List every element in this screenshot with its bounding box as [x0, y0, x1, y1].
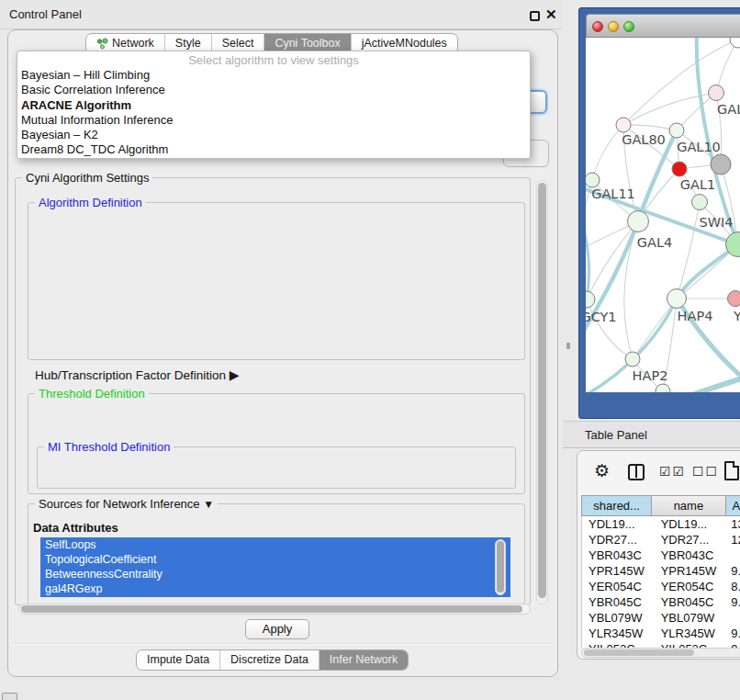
close-icon[interactable]: ✕ [545, 6, 557, 23]
hub-definition-toggle[interactable]: Hub/Transcription Factor Definition ▶ [35, 367, 240, 382]
select-all-checkboxes-icon[interactable]: ☑☑ [659, 464, 686, 479]
cell: YDR27... [582, 532, 653, 548]
network-node-gal4[interactable] [628, 211, 649, 232]
list-item[interactable]: SelfLoops [40, 537, 510, 552]
table-row[interactable]: YLR345W YLR345W 9. [582, 626, 740, 641]
cell: YBL079W [582, 610, 653, 626]
scrollbar-thumb[interactable] [21, 605, 522, 613]
close-traffic-light-icon[interactable] [592, 21, 603, 32]
panel-divider [13, 643, 553, 645]
cell: 9. [726, 563, 740, 579]
network-window-titlebar [586, 14, 740, 38]
network-node-hap2[interactable] [625, 352, 640, 367]
cell: YBR045C [653, 594, 727, 610]
dropdown-item[interactable]: Dream8 DC_TDC Algorithm [17, 142, 530, 157]
network-node-gcy1[interactable] [586, 291, 595, 308]
network-node-selected-red[interactable] [672, 162, 687, 176]
network-node[interactable] [656, 384, 670, 392]
cell: 8. [726, 579, 740, 594]
cell [726, 610, 740, 626]
cell: YDL19... [582, 516, 653, 532]
minimized-panel-button[interactable] [2, 693, 17, 700]
cell: YPR145W [582, 563, 653, 579]
table-row[interactable]: YDR27... YDR27... 12 [582, 532, 740, 548]
column-header-cut[interactable]: A [726, 496, 740, 515]
dropdown-item-selected[interactable]: ARACNE Algorithm [17, 98, 530, 113]
mi-threshold-legend: MI Threshold Definition [44, 440, 174, 454]
tab-infer-network[interactable]: Infer Network [320, 650, 408, 670]
cell: YDL19... [653, 516, 727, 532]
network-node-gal1[interactable] [692, 195, 708, 210]
settings-horizontal-scrollbar[interactable] [18, 604, 531, 615]
tab-discretize-data-label: Discretize Data [230, 650, 308, 670]
tab-infer-network-label: Infer Network [330, 650, 398, 670]
dropdown-item[interactable]: Basic Correlation Inference [17, 83, 530, 97]
table-row[interactable]: YBR045C YBR045C 9. [582, 594, 740, 610]
export-table-icon[interactable] [724, 461, 739, 480]
control-panel-titlebar: Control Panel ✕ [0, 0, 562, 29]
algorithm-definition-group: Algorithm Definition [28, 202, 525, 360]
network-node-gray[interactable] [711, 154, 731, 175]
scrollbar-thumb[interactable] [584, 649, 694, 656]
splitpane-handle[interactable] [566, 343, 570, 349]
list-vertical-scrollbar[interactable] [495, 539, 506, 595]
network-node-gal10[interactable] [669, 123, 684, 138]
data-attributes-list: SelfLoops TopologicalCoefficient Between… [40, 537, 510, 597]
list-item[interactable]: BetweennessCentrality [40, 567, 510, 581]
node-table: shared... name A YDL19... YDL19... 13 YD… [581, 495, 740, 649]
screen: Control Panel ✕ Network Style Select Cyn… [0, 0, 740, 700]
algorithm-dropdown-list: Select algorithm to view settings Bayesi… [17, 51, 531, 159]
tab-discretize-data[interactable]: Discretize Data [220, 650, 320, 670]
dropdown-item[interactable]: Bayesian – K2 [17, 128, 530, 142]
network-node[interactable] [730, 38, 740, 48]
node-label: GCY1 [586, 310, 617, 324]
network-node-salmon[interactable] [728, 291, 740, 307]
network-view-window: GAL GAL80 GAL10 GAL1 GAL11 SWI4 GAL4 GCY… [578, 7, 740, 419]
node-label: HAP4 [678, 309, 713, 323]
columns-icon[interactable] [628, 464, 645, 480]
cell: 9. [726, 626, 740, 641]
table-row[interactable]: YBL079W YBL079W [582, 610, 740, 626]
table-row[interactable]: YPR145W YPR145W 9. [582, 563, 740, 579]
minimize-traffic-light-icon[interactable] [608, 21, 619, 32]
cell: YPR145W [653, 563, 727, 579]
tab-impute-data[interactable]: Impute Data [137, 650, 220, 670]
apply-button[interactable]: Apply [245, 619, 309, 639]
node-label: GAL1 [680, 177, 715, 192]
gear-icon[interactable]: ⚙ [594, 460, 610, 481]
deselect-all-checkboxes-icon[interactable]: ☐☐ [692, 464, 719, 479]
column-header-name[interactable]: name [652, 496, 725, 515]
scrollbar-thumb[interactable] [497, 541, 504, 593]
network-canvas[interactable]: GAL GAL80 GAL10 GAL1 GAL11 SWI4 GAL4 GCY… [586, 38, 740, 392]
list-item[interactable]: gal4RGexp [40, 581, 510, 596]
network-node-gal80[interactable] [616, 118, 631, 132]
network-node-gal11[interactable] [586, 173, 600, 187]
zoom-traffic-light-icon[interactable] [623, 21, 634, 32]
sources-legend[interactable]: Sources for Network Inference ▼ [35, 497, 218, 511]
dropdown-item[interactable]: Mutual Information Inference [17, 113, 530, 128]
scrollbar-thumb[interactable] [538, 183, 546, 598]
network-node-hap4[interactable] [667, 289, 687, 309]
table-row[interactable]: YBR043C YBR043C [582, 548, 740, 563]
cell: YBR043C [653, 548, 727, 563]
network-graph: GAL GAL80 GAL10 GAL1 GAL11 SWI4 GAL4 GCY… [586, 38, 740, 392]
float-window-icon[interactable] [530, 11, 540, 21]
table-panel: ⚙ ☑☑ ☐☐ shared... name A YDL19... YDL19.… [577, 450, 740, 660]
table-row[interactable]: YER054C YER054C 8. [582, 579, 740, 594]
table-row[interactable]: YDL19... YDL19... 13 [582, 516, 740, 532]
table-panel-title: Table Panel [585, 422, 647, 449]
settings-vertical-scrollbar[interactable] [536, 180, 548, 604]
dropdown-item[interactable]: Bayesian – Hill Climbing [17, 68, 530, 83]
node-label: GAL4 [637, 235, 672, 250]
collapsed-arrow-icon: ▶ [230, 367, 240, 382]
cell: YER054C [653, 579, 727, 594]
threshold-definition-legend: Threshold Definition [35, 387, 149, 401]
table-toolbar: ⚙ ☑☑ ☐☐ [577, 458, 740, 488]
dropdown-prompt: Select algorithm to view settings [17, 53, 530, 68]
network-node[interactable] [709, 85, 724, 101]
sources-legend-label: Sources for Network Inference [39, 497, 200, 511]
list-item[interactable]: TopologicalCoefficient [40, 552, 510, 567]
node-label: GAL11 [591, 186, 635, 201]
column-header-shared-name[interactable]: shared... [582, 496, 652, 515]
table-horizontal-scrollbar[interactable] [581, 648, 740, 658]
